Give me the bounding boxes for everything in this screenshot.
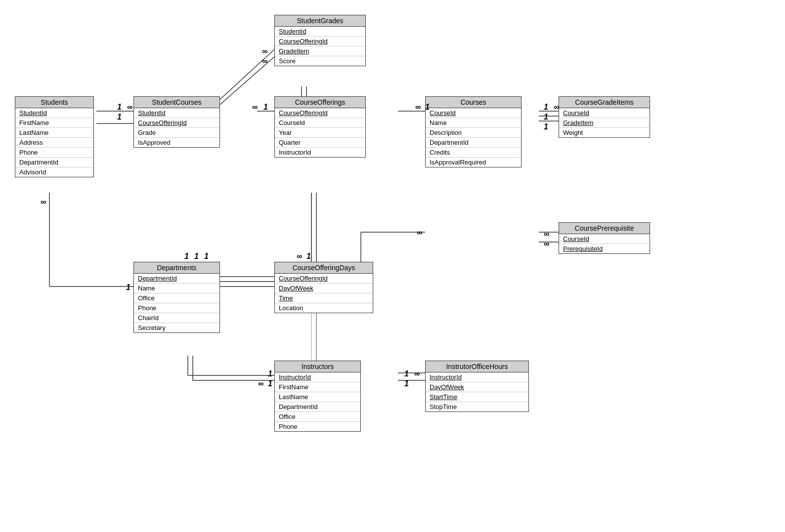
card-c-cgi-11: 1 xyxy=(544,113,548,122)
field-sc-isapproved: IsApproved xyxy=(134,138,219,147)
field-sg-courseofferingid: CourseOfferingId xyxy=(275,37,365,46)
field-co-year: Year xyxy=(275,128,365,138)
entity-courses: Courses CourseId Name Description Depart… xyxy=(425,96,522,167)
card-dept-i-12: 1 xyxy=(268,379,272,388)
entity-student-courses: StudentCourses StudentId CourseOfferingI… xyxy=(133,96,220,148)
card-ioh-i-inf: ∞ xyxy=(414,369,420,378)
field-i-phone: Phone xyxy=(275,422,360,431)
entity-students-header: Students xyxy=(15,97,93,108)
field-ioh-stoptime: StopTime xyxy=(426,402,528,411)
field-co-courseid: CourseId xyxy=(275,118,365,128)
field-c-credits: Credits xyxy=(426,148,521,158)
entity-courses-header: Courses xyxy=(426,97,521,108)
field-sc-courseofferingid: CourseOfferingId xyxy=(134,118,219,128)
entity-instructors-header: Instructors xyxy=(275,361,360,372)
card-i-dept-inf: ∞ xyxy=(258,379,263,388)
field-cod-location: Location xyxy=(275,303,373,313)
field-cod-time: Time xyxy=(275,293,373,303)
card-i-ioh-11: 1 xyxy=(404,379,409,388)
entity-course-offerings: CourseOfferings CourseOfferingId CourseI… xyxy=(274,96,366,158)
entity-student-grades-header: StudentGrades xyxy=(275,15,365,27)
field-c-isapprovalrequired: IsApprovalRequired xyxy=(426,158,521,167)
card-sc-co-inf: ∞ xyxy=(127,103,132,112)
field-cp-courseid: CourseId xyxy=(559,234,650,244)
field-c-departmentid: DepartmentId xyxy=(426,138,521,148)
field-sg-gradeitem: GradeItem xyxy=(275,46,365,56)
entity-course-offering-days-header: CourseOfferingDays xyxy=(275,262,373,274)
card-dept-co-1b: 1 xyxy=(194,252,199,261)
entity-course-prerequisite: CoursePrerequisite CourseId Prerequisite… xyxy=(559,222,650,254)
field-co-quarter: Quarter xyxy=(275,138,365,148)
field-ioh-instructorid: InstructorId xyxy=(426,372,528,382)
entity-course-offering-days: CourseOfferingDays CourseOfferingId DayO… xyxy=(274,262,373,313)
card-c-cgi-12: 1 xyxy=(544,123,548,131)
field-students-phone: Phone xyxy=(15,148,93,158)
card-dept-students-1: 1 xyxy=(126,283,131,292)
card-sc-sg-inf2: ∞ xyxy=(262,57,267,66)
entity-instructor-office-hours: InstrutorOfficeHours InstructorId DayOfW… xyxy=(425,361,529,412)
field-i-departmentid: DepartmentId xyxy=(275,402,360,412)
field-students-departmentid: DepartmentId xyxy=(15,158,93,167)
entity-student-grades: StudentGrades StudentId CourseOfferingId… xyxy=(274,15,366,66)
field-students-advisorid: AdvisorId xyxy=(15,167,93,177)
field-cp-prerequisiteid: PrerequisiteId xyxy=(559,244,650,253)
card-dept-co-1c: 1 xyxy=(204,252,209,261)
field-c-courseid: CourseId xyxy=(426,108,521,118)
card-sc-co-1: 1 xyxy=(263,103,268,112)
field-i-instructorid: InstructorId xyxy=(275,372,360,382)
field-cod-courseofferingid: CourseOfferingId xyxy=(275,274,373,284)
card-c-co-1: 1 xyxy=(425,103,430,112)
entity-departments: Departments DepartmentId Name Office Pho… xyxy=(133,262,220,333)
field-c-description: Description xyxy=(426,128,521,138)
field-d-name: Name xyxy=(134,284,219,293)
field-d-phone: Phone xyxy=(134,303,219,313)
field-d-departmentid: DepartmentId xyxy=(134,274,219,284)
field-d-office: Office xyxy=(134,293,219,303)
entity-instructors: Instructors InstructorId FirstName LastN… xyxy=(274,361,361,432)
card-c-cod-inf: ∞ xyxy=(417,228,422,237)
card-cgi-c-inf: ∞ xyxy=(554,103,559,112)
entity-course-grade-items-header: CourseGradeItems xyxy=(559,97,650,108)
entity-departments-header: Departments xyxy=(134,262,219,274)
entity-course-grade-items: CourseGradeItems CourseId GradeItem Weig… xyxy=(559,96,650,138)
card-co-cod-1: 1 xyxy=(306,252,311,261)
field-cgi-gradeitem: GradeItem xyxy=(559,118,650,128)
field-cod-dayofweek: DayOfWeek xyxy=(275,284,373,293)
field-co-instructorid: InstructorId xyxy=(275,148,365,157)
field-sg-studentid: StudentId xyxy=(275,27,365,37)
field-sc-grade: Grade xyxy=(134,128,219,138)
card-co-sc-inf: ∞ xyxy=(252,103,258,112)
entity-students: Students StudentId FirstName LastName Ad… xyxy=(15,96,94,177)
field-c-name: Name xyxy=(426,118,521,128)
card-c-cgi-1: 1 xyxy=(544,103,548,112)
card-dept-co-1a: 1 xyxy=(184,252,189,261)
field-students-studentid: StudentId xyxy=(15,108,93,118)
field-co-courseofferingid: CourseOfferingId xyxy=(275,108,365,118)
field-cgi-courseid: CourseId xyxy=(559,108,650,118)
erd-diagram: Students StudentId FirstName LastName Ad… xyxy=(0,0,785,532)
field-i-office: Office xyxy=(275,412,360,422)
card-co-c-inf: ∞ xyxy=(415,103,421,112)
card-cod-co-inf: ∞ xyxy=(297,252,302,261)
field-ioh-starttime: StartTime xyxy=(426,392,528,402)
card-dept-i-1: 1 xyxy=(268,369,272,378)
card-c-cp-inf2: ∞ xyxy=(544,240,549,248)
relationship-lines xyxy=(0,0,785,532)
entity-course-prerequisite-header: CoursePrerequisite xyxy=(559,223,650,234)
field-i-firstname: FirstName xyxy=(275,382,360,392)
field-students-address: Address xyxy=(15,138,93,148)
card-i-ioh-1: 1 xyxy=(404,369,409,378)
field-sg-score: Score xyxy=(275,56,365,66)
card-c-cp-inf1: ∞ xyxy=(544,230,549,239)
entity-course-offerings-header: CourseOfferings xyxy=(275,97,365,108)
field-students-lastname: LastName xyxy=(15,128,93,138)
entity-student-courses-header: StudentCourses xyxy=(134,97,219,108)
field-sc-studentid: StudentId xyxy=(134,108,219,118)
card-students-sc-1: 1 xyxy=(117,103,122,112)
field-d-secretary: Secretary xyxy=(134,323,219,332)
field-d-chairid: ChairId xyxy=(134,313,219,323)
entity-instructor-office-hours-header: InstrutorOfficeHours xyxy=(426,361,528,372)
field-cgi-weight: Weight xyxy=(559,128,650,137)
field-ioh-dayofweek: DayOfWeek xyxy=(426,382,528,392)
card-students-dept-inf: ∞ xyxy=(41,198,46,206)
